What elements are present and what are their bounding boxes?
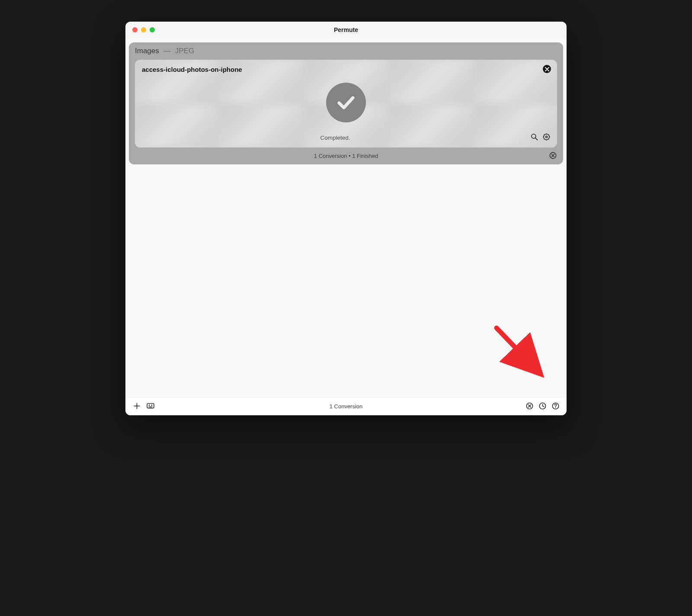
- card-status-text: Completed.: [141, 135, 529, 141]
- card-remove-button[interactable]: [543, 65, 551, 73]
- card-footer: Completed.: [135, 132, 557, 148]
- conversion-group: Images — JPEG access-icloud-photos-on-ip…: [129, 42, 563, 164]
- bottom-bar-left: [132, 402, 155, 411]
- reveal-in-finder-button[interactable]: [529, 133, 539, 142]
- clock-icon: [538, 402, 547, 411]
- group-separator: —: [163, 47, 171, 55]
- question-circle-icon: [551, 402, 560, 411]
- group-summary-text: 1 Conversion • 1 Finished: [314, 153, 378, 159]
- clear-icon: [549, 151, 557, 161]
- svg-point-21: [555, 407, 556, 408]
- window-minimize-button[interactable]: [141, 27, 146, 32]
- card-actions: [529, 133, 551, 142]
- group-header[interactable]: Images — JPEG: [129, 42, 563, 60]
- help-button[interactable]: [551, 402, 560, 411]
- bottom-status-text: 1 Conversion: [125, 403, 567, 410]
- group-category: Images: [135, 47, 159, 55]
- checkmark-icon: [326, 83, 366, 122]
- card-settings-button[interactable]: [541, 133, 551, 142]
- gear-icon: [542, 133, 551, 143]
- traffic-lights: [132, 27, 155, 32]
- group-footer: 1 Conversion • 1 Finished: [129, 148, 563, 164]
- presets-button[interactable]: [146, 402, 155, 411]
- svg-point-15: [149, 404, 150, 406]
- bottom-bar: 1 Conversion: [125, 397, 567, 415]
- main-area: Images — JPEG access-icloud-photos-on-ip…: [125, 38, 567, 397]
- svg-line-13: [497, 328, 535, 369]
- svg-rect-17: [148, 407, 152, 407]
- conversion-card[interactable]: access-icloud-photos-on-iphone Completed…: [135, 60, 557, 148]
- window-close-button[interactable]: [132, 27, 138, 32]
- app-window: Permute Images — JPEG access-icloud-phot…: [125, 22, 567, 415]
- robot-icon: [146, 402, 155, 411]
- svg-rect-14: [147, 404, 154, 408]
- magnifier-icon: [530, 133, 538, 143]
- close-icon: [545, 65, 549, 73]
- add-button[interactable]: [132, 402, 141, 411]
- title-bar: Permute: [125, 22, 567, 38]
- plus-icon: [133, 402, 141, 411]
- group-format: JPEG: [175, 47, 194, 55]
- svg-point-3: [545, 136, 547, 138]
- clear-all-button[interactable]: [525, 402, 534, 411]
- cancel-circle-icon: [525, 402, 534, 411]
- svg-point-16: [151, 404, 153, 406]
- svg-line-1: [535, 138, 537, 140]
- bottom-bar-right: [525, 402, 560, 411]
- group-clear-button[interactable]: [548, 152, 557, 160]
- window-title: Permute: [125, 26, 567, 33]
- annotation-arrow: [489, 320, 549, 381]
- window-zoom-button[interactable]: [150, 27, 155, 32]
- history-button[interactable]: [538, 402, 547, 411]
